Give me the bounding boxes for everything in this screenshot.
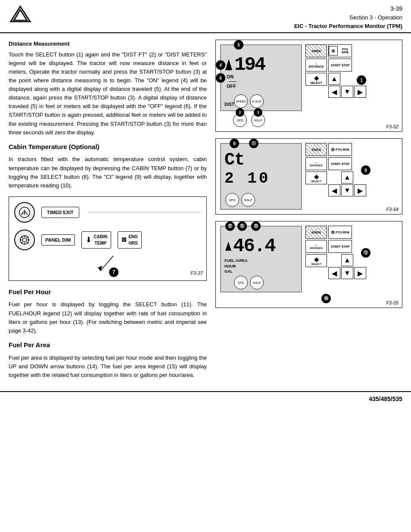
up-btn-55[interactable]: ▲: [341, 254, 353, 266]
right-btn-55[interactable]: ▶: [354, 267, 366, 279]
f3-55-display: 46.4: [224, 236, 298, 255]
start-stop-btn-52: START STOP: [328, 59, 352, 72]
up-btn-52[interactable]: ▲: [328, 73, 340, 85]
label-2: 2: [236, 108, 244, 117]
area-pto-row-54: AREA ⚙ PTO RPM: [305, 143, 366, 156]
pto-icon-52: ⚙: [329, 46, 338, 56]
distance-btn-54: ↑↓ DISTANCE: [305, 157, 327, 170]
on-label: ON: [227, 74, 298, 79]
label-14-area: ⑭: [255, 294, 398, 303]
distance-btn-52: ↑↓ DISTANCE: [305, 59, 327, 72]
slip-btn-1: % SLIP: [250, 94, 264, 108]
distance-body: Touch the SELECT button (1) again and th…: [9, 50, 207, 137]
f3-54-side-panel: AREA ⚙ PTO RPM ↑↓ DISTANCE STA: [305, 143, 366, 208]
pto-label-52: PTO RPM: [339, 48, 352, 54]
speed-slip-54: SPD %SLP: [225, 193, 255, 207]
label-5: 5: [234, 40, 243, 50]
f3-52-display: 194: [224, 55, 298, 74]
f3-55-ref: F3-55: [386, 300, 399, 305]
fuel-hour-title: Fuel Per Hour: [9, 287, 207, 297]
nav-btns-54: ▲ ◀ ▼ ▶: [328, 171, 366, 196]
speed-btn-55: SPD: [234, 276, 248, 289]
timed-exit-row: TIMED EXIT: [14, 202, 201, 223]
distance-btn-55: ↑↓ DISTANCE: [305, 240, 327, 253]
f3-52-inner: 5 4 6 194 ON ——: [220, 44, 398, 111]
nav-mid-52: ◀ ▼ ▶: [328, 86, 366, 98]
f3-52-diagram: 5 4 6 194 ON ——: [215, 40, 402, 132]
section-title: EIC - Tractor Performance Monitor (TPM): [294, 22, 402, 31]
up-btn-54[interactable]: ▲: [341, 171, 353, 184]
area-label-52: AREA: [311, 49, 321, 53]
panel-dim-label: PANEL DIM: [45, 236, 71, 244]
down-btn-54[interactable]: ▼: [341, 184, 353, 196]
label-10: ⓪: [249, 139, 258, 148]
nav-top-54: ▲: [328, 171, 366, 184]
right-btn-52[interactable]: ▶: [354, 86, 366, 98]
cabin-temp-btn: 🌡 CABINTEMP: [81, 231, 112, 249]
f3-55-screen: ⑫ ⑮ ⑬ 46.4 FUEL /AREA: [220, 226, 302, 292]
left-btn-55[interactable]: ◀: [328, 267, 340, 279]
nav-btns-55: ▲ ◀ ▼ ▶: [328, 254, 366, 279]
select-btn-52: ◈ SELECT: [305, 73, 327, 86]
area-label-55: AREA: [311, 230, 321, 234]
f3-52-screen-area: 5 4 6 194 ON ——: [220, 44, 302, 111]
right-column: 5 4 6 194 ON ——: [215, 40, 402, 385]
label-12: ⑫: [225, 221, 235, 231]
f3-52-bottom: SPD 2 %SLP 3: [233, 113, 398, 127]
nav-top-55: ▲: [328, 254, 366, 266]
svg-point-6: [22, 238, 27, 242]
label-3: 3: [254, 108, 262, 117]
label-13: ⑬: [251, 221, 261, 231]
area-btn-55: AREA: [305, 226, 327, 239]
f3-52-ref: F3-52: [386, 124, 399, 129]
distance-section: Distance Measurement Touch the SELECT bu…: [9, 40, 207, 137]
speed-btn-1: SPEED: [234, 94, 248, 108]
pto-btn-55: ⚙ PTO RPM: [328, 226, 352, 239]
main-content: Distance Measurement Touch the SELECT bu…: [0, 33, 411, 391]
slip-btn-54: %SLP: [241, 193, 255, 207]
down-btn-52[interactable]: ▼: [341, 86, 353, 98]
f3-52-screen: 5 4 6 194 ON ——: [220, 44, 302, 111]
f3-55-number: 46.4: [233, 236, 275, 255]
svg-marker-18: [225, 242, 231, 251]
label-2-wrap: SPD 2: [233, 113, 247, 127]
f3-52-side-panel: AREA ⚙ PTO RPM ↑↓ DISTANCE: [305, 44, 366, 101]
logo: [9, 4, 32, 25]
f3-55-screen-area: ⑫ ⑮ ⑬ 46.4 FUEL /AREA: [220, 226, 302, 292]
pto-btn-52: ⚙ PTO RPM: [328, 44, 352, 57]
label-9: 9: [230, 139, 239, 148]
select-nav-row-52: ◈ SELECT ▲ ◀ ▼ ▶: [305, 73, 366, 98]
fuel-area-title: Fuel Per Area: [9, 340, 207, 350]
f3-54-diagram: 9 ⓪ Ct 2 10 SPD %SLP: [215, 138, 402, 215]
f3-54-screen: 9 ⓪ Ct 2 10 SPD %SLP: [220, 143, 302, 210]
right-btn-54[interactable]: ▶: [354, 184, 366, 196]
left-column: Distance Measurement Touch the SELECT bu…: [9, 40, 207, 385]
f3-54-display-area: Ct 2 10: [224, 152, 298, 187]
page-header: 3-39 Section 3 - Operation EIC - Tractor…: [0, 0, 411, 33]
fuel-area-section: Fuel Per Area Fuel per area is displayed…: [9, 340, 207, 380]
left-btn-54[interactable]: ◀: [328, 184, 340, 196]
f3-37-ref: F3-37: [190, 270, 203, 277]
distance-label-52: ↑↓: [315, 62, 318, 65]
f3-54-bottom-display: 2 10: [224, 171, 298, 187]
left-btn-52[interactable]: ◀: [328, 86, 340, 98]
down-btn-55[interactable]: ▼: [341, 267, 353, 279]
slip-btn-55: %SLP: [250, 276, 264, 289]
start-stop-btn-54: START STOP: [328, 157, 352, 170]
select-nav-row-55: ◈ SELECT ▲ ◀ ▼ ▶: [305, 254, 366, 279]
page-number: 3-39: [294, 4, 402, 13]
f3-55-side-panel: AREA ⚙ PTO RPM ↑↓ DISTANCE STA: [305, 226, 366, 291]
f3-54-ref: F3-54: [386, 207, 399, 212]
label-8: 8: [361, 165, 371, 175]
label-11-area: ⑪: [305, 280, 366, 291]
fuel-hour-section: Fuel Per Hour Fuel per hour is displayed…: [9, 287, 207, 335]
area-pto-row-55: AREA ⚙ PTO RPM: [305, 226, 366, 239]
svg-marker-17: [225, 59, 232, 70]
f3-55-diagram: ⑫ ⑮ ⑬ 46.4 FUEL /AREA: [215, 221, 402, 308]
select-btn-54: ◈ SELECT: [305, 171, 327, 184]
label-15: ⑮: [237, 221, 247, 231]
area-btn-52: AREA: [305, 44, 327, 57]
pto-btn-54: ⚙ PTO RPM: [328, 143, 352, 156]
off-label: OFF: [227, 84, 298, 89]
pto-label-54: PTO RPM: [336, 148, 349, 151]
